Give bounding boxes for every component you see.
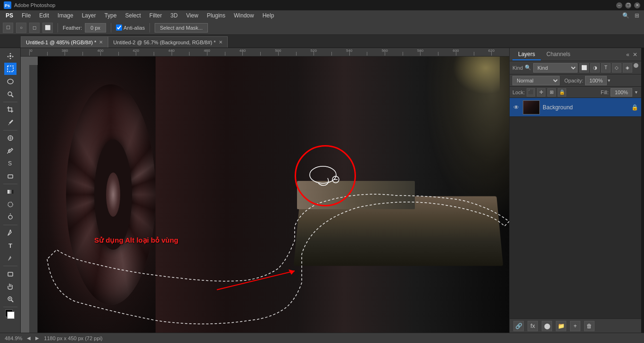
status-arrow-left[interactable]: ◀ [27, 335, 31, 341]
antialias-checkbox-wrap[interactable]: Anti-alias [116, 24, 145, 31]
tool-options-lasso[interactable]: ◻ [29, 23, 40, 33]
tool-options-tri[interactable]: ⬜ [42, 23, 53, 33]
ruler-label: 360 [29, 49, 33, 53]
menu-ps[interactable]: PS [2, 11, 17, 20]
menu-plugins[interactable]: Plugins [203, 11, 229, 20]
fill-input[interactable] [611, 88, 632, 97]
app-icon: Ps Adobe Photoshop [4, 1, 55, 9]
search-icon[interactable]: 🔍 [620, 10, 631, 21]
foreground-color-swatch[interactable] [4, 309, 17, 321]
eyedropper-tool[interactable] [4, 116, 17, 129]
fill-arrow-icon[interactable]: ▼ [634, 90, 638, 95]
crop-tool[interactable] [4, 104, 17, 116]
canvas-image[interactable]: Sử dụng Alt loại bỏ vùng [38, 57, 509, 333]
panel-header: Layers Channels « ✕ [510, 48, 641, 61]
new-layer-button[interactable]: + [570, 321, 580, 331]
tab1-close-icon[interactable]: ✕ [99, 40, 103, 45]
quick-select-tool[interactable] [4, 88, 17, 100]
rect-marquee-tool[interactable] [4, 63, 17, 75]
fx-button[interactable]: fx [528, 321, 538, 331]
canvas-content[interactable]: Sử dụng Alt loại bỏ vùng [29, 57, 509, 333]
lock-position-icon[interactable]: ✛ [537, 88, 545, 97]
menu-type[interactable]: Type [100, 11, 120, 20]
menu-edit[interactable]: Edit [35, 11, 53, 20]
menu-window[interactable]: Window [230, 11, 258, 20]
select-and-mask-button[interactable]: Select and Mask... [155, 23, 208, 33]
kind-adjustment-icon[interactable]: ◑ [590, 63, 600, 73]
menu-view[interactable]: View [182, 11, 202, 20]
menu-select[interactable]: Select [121, 11, 144, 20]
kind-select[interactable]: Kind [533, 63, 578, 73]
tool-rect-select[interactable]: ☐ [3, 23, 13, 33]
gradient-tool[interactable] [4, 186, 17, 198]
close-button[interactable]: ✕ [634, 2, 640, 8]
opacity-arrow-icon[interactable]: ▼ [607, 78, 611, 83]
kind-label: Kind [512, 65, 523, 71]
tab2-close-icon[interactable]: ✕ [219, 40, 223, 45]
path-select-tool[interactable] [4, 252, 17, 264]
ruler-label: 480 [239, 49, 246, 53]
panel-collapse-left-icon[interactable]: « [625, 50, 630, 59]
tab-layers[interactable]: Layers [512, 49, 541, 60]
menu-help[interactable]: Help [259, 11, 278, 20]
canvas-area: 3603804004204404604805005205405605806006… [21, 48, 509, 333]
red-circle-annotation [295, 145, 356, 206]
workspace-switcher[interactable]: ⊞ [632, 10, 642, 21]
tool-separator-5 [3, 266, 17, 266]
zoom-tool[interactable] [4, 293, 17, 305]
menu-layer[interactable]: Layer [78, 11, 99, 20]
tool-separator-1 [3, 102, 17, 102]
svg-point-4 [8, 92, 12, 96]
annotation-text: Sử dụng Alt loại bỏ vùng [94, 236, 178, 245]
ruler-label: 540 [346, 49, 352, 53]
new-group-button[interactable]: 📁 [556, 321, 566, 331]
tab-untitled1[interactable]: Untitled-1 @ 485% (RGB/8#) * ✕ [21, 36, 108, 48]
feather-input[interactable] [85, 23, 106, 33]
antialias-checkbox[interactable] [116, 24, 122, 31]
panel-close-icon[interactable]: ✕ [632, 50, 638, 59]
menu-image[interactable]: Image [54, 11, 77, 20]
shape-tool[interactable] [4, 268, 17, 280]
ruler-tick [296, 52, 297, 56]
kind-type-icon[interactable]: T [601, 63, 611, 73]
type-tool[interactable]: T [4, 239, 17, 252]
status-arrow-right[interactable]: ▶ [35, 335, 39, 341]
minimize-button[interactable]: – [616, 2, 622, 8]
new-mask-button[interactable]: ⬤ [542, 321, 552, 331]
blur-tool[interactable] [4, 198, 17, 211]
blend-mode-select[interactable]: Normal Multiply Screen Overlay [512, 76, 560, 85]
window-controls: – ❐ ✕ [616, 2, 640, 8]
move-tool[interactable] [4, 50, 17, 62]
tab-channels[interactable]: Channels [541, 49, 576, 60]
lock-all-icon[interactable]: 🔒 [558, 88, 566, 97]
pen-tool[interactable] [4, 227, 17, 239]
menu-file[interactable]: File [18, 11, 34, 20]
lasso-tool[interactable] [4, 75, 17, 88]
kind-shape-icon[interactable]: ◇ [612, 63, 621, 73]
svg-line-19 [11, 300, 13, 302]
lock-artboards-icon[interactable]: ⊞ [547, 88, 556, 97]
kind-pixel-icon[interactable]: ⬜ [579, 63, 589, 73]
brush-tool[interactable] [4, 145, 17, 157]
tool-options-ellipse[interactable]: ○ [16, 23, 26, 33]
kind-smart-icon[interactable]: ◈ [623, 63, 632, 73]
layer-thumbnail [523, 100, 540, 114]
lock-pixels-icon[interactable]: ⬛ [527, 88, 535, 97]
eraser-tool[interactable] [4, 170, 17, 182]
maximize-button[interactable]: ❐ [625, 2, 631, 8]
hand-tool[interactable] [4, 280, 17, 293]
status-bar: 484.9% ◀ ▶ 1180 px x 450 px (72 ppi) [0, 333, 644, 343]
ruler-label: 420 [133, 49, 139, 53]
ruler-tick [403, 52, 403, 56]
dodge-tool[interactable] [4, 211, 17, 223]
healing-brush-tool[interactable] [4, 132, 17, 144]
tab-untitled2[interactable]: Untitled-2 @ 56.7% (Background, RGB/8#) … [108, 36, 227, 48]
link-layers-button[interactable]: 🔗 [513, 321, 524, 331]
clone-stamp-tool[interactable]: S [4, 157, 17, 170]
opacity-input[interactable] [585, 76, 607, 85]
menu-filter[interactable]: Filter [146, 11, 166, 20]
menu-3d[interactable]: 3D [166, 11, 181, 20]
layer-visibility-eye[interactable]: 👁 [512, 104, 520, 111]
delete-layer-button[interactable]: 🗑 [584, 321, 594, 331]
layer-item-background[interactable]: 👁 Background 🔒 [510, 98, 641, 117]
